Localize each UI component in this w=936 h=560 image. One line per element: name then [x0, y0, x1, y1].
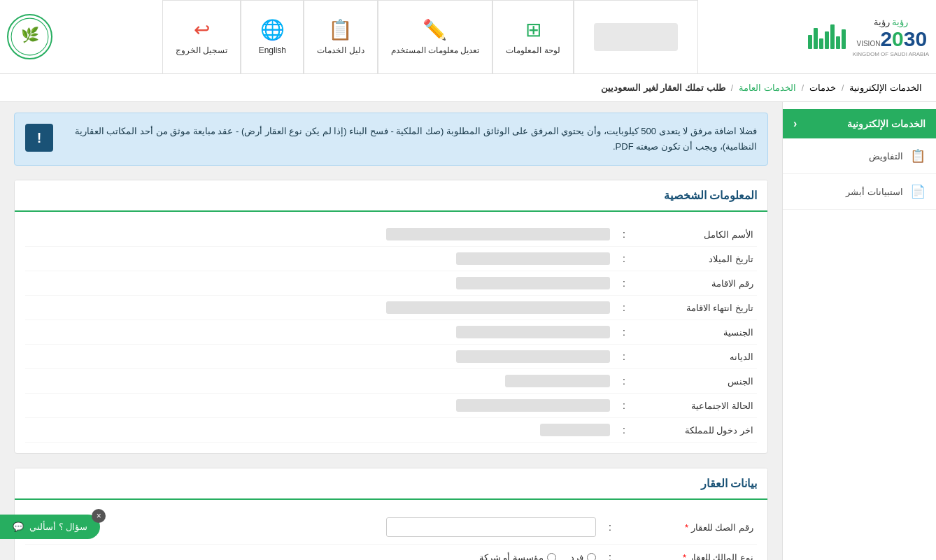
vision-row: رؤية رؤية [874, 17, 908, 27]
value-last-entry [540, 424, 610, 436]
label-religion: الديانه [631, 352, 757, 362]
user-name-box [594, 23, 678, 51]
owner-type-radio-group: فرد مؤسسة أو شركة [479, 552, 596, 560]
logout-icon: ↩ [194, 18, 210, 41]
value-iqama-expiry [386, 301, 610, 314]
nav-dashboard-item[interactable]: ⊞ لوحة المعلومات [492, 0, 573, 74]
vision-2030-logo: رؤية رؤية VISION 2030 KINGDOM OF SAUDI A… [853, 17, 929, 57]
breadcrumb-sep-2: / [802, 83, 804, 93]
field-iqama-expiry: تاريخ انتهاء الاقامة : [25, 296, 757, 320]
personal-info-body: الأسم الكامل : تاريخ الميلاد : رقم الاقا… [15, 212, 767, 453]
value-gender [505, 375, 610, 387]
sidebar-item-surveys-label: استبيانات أبشر [846, 187, 903, 197]
label-nationality: الجنسية [631, 327, 757, 338]
colon-3: : [617, 302, 631, 313]
field-last-entry: اخر دخول للمملكة : [25, 418, 757, 443]
alert-text: فضلا اضافة مرفق لا يتعدى 500 كيلوبايت، و… [64, 124, 757, 155]
content-area: فضلا اضافة مرفق لا يتعدى 500 كيلوبايت، و… [0, 102, 782, 560]
nav-guide-item[interactable]: 📋 دليل الخدمات [304, 0, 377, 74]
label-deed-number: رقم الصك للعقار * [617, 522, 757, 533]
nav-english-item[interactable]: 🌐 English [241, 0, 304, 74]
label-marital-status: الحالة الاجتماعية [631, 401, 757, 411]
sidebar-item-absher-surveys[interactable]: 📄 استبيانات أبشر [783, 174, 936, 210]
sidebar-header[interactable]: الخدمات الإلكترونية ‹ [783, 109, 936, 138]
nav-edit-user-item[interactable]: ✏️ تعديل معلومات المستخدم [378, 0, 493, 74]
edit-label: تعديل معلومات المستخدم [391, 45, 480, 55]
bar4 [825, 31, 829, 49]
breadcrumb-sep-1: / [842, 83, 844, 93]
header-right: رؤية رؤية VISION 2030 KINGDOM OF SAUDI A… [808, 17, 929, 57]
property-section-title: بيانات العقار [15, 468, 767, 500]
field-deed-number: رقم الصك للعقار * : [25, 510, 757, 545]
deed-number-input[interactable] [386, 517, 596, 537]
chat-icon: 💬 [13, 522, 24, 532]
absher-bars [808, 24, 846, 49]
vision-year: 2030 [880, 27, 927, 51]
sidebar-title: الخدمات الإلكترونية [847, 118, 926, 129]
breadcrumb-item-2[interactable]: خدمات [809, 82, 836, 93]
field-full-name: الأسم الكامل : [25, 222, 757, 247]
colon-7: : [617, 400, 631, 411]
vision-en-label: VISION [856, 40, 880, 48]
personal-info-section: المعلومات الشخصية الأسم الكامل : تاريخ ا… [14, 180, 768, 454]
english-label: English [259, 45, 286, 55]
nav-user-info [574, 0, 698, 74]
breadcrumb-item-3[interactable]: الخدمات العامة [739, 82, 796, 93]
logout-label: تسجيل الخروج [176, 45, 227, 55]
nav-logout-item[interactable]: ↩ تسجيل الخروج [162, 0, 241, 74]
svg-text:🌿: 🌿 [21, 26, 40, 44]
field-dob: تاريخ الميلاد : [25, 247, 757, 271]
radio-individual-label: فرد [570, 552, 583, 560]
value-nationality [456, 326, 610, 338]
value-marital-status [456, 399, 610, 412]
main-layout: الخدمات الإلكترونية ‹ 📋 التفاويض 📄 استبي… [0, 102, 936, 560]
bar6 [836, 36, 840, 49]
header-left: 🌿 [7, 14, 52, 59]
dashboard-label: لوحة المعلومات [506, 45, 560, 55]
field-gender: الجنس : [25, 369, 757, 394]
colon-4: : [617, 326, 631, 338]
colon-0: : [617, 229, 631, 240]
radio-company-input[interactable] [547, 553, 556, 560]
colon-owner: : [603, 552, 617, 560]
colon-8: : [617, 424, 631, 436]
sidebar: الخدمات الإلكترونية ‹ 📋 التفاويض 📄 استبي… [782, 102, 936, 560]
alert-box: فضلا اضافة مرفق لا يتعدى 500 كيلوبايت، و… [14, 113, 768, 166]
chat-button[interactable]: × سؤال ؟ أسألني 💬 [0, 515, 100, 539]
breadcrumb-sep-3: / [731, 83, 733, 93]
colon-1: : [617, 253, 631, 264]
breadcrumb-item-1[interactable]: الخدمات الإلكترونية [849, 82, 922, 93]
value-religion [456, 350, 610, 363]
radio-individual-input[interactable] [587, 553, 596, 560]
header: 🌿 ↩ تسجيل الخروج 🌐 English 📋 دليل الخدما… [0, 0, 936, 74]
chevron-left-icon: ‹ [793, 117, 797, 130]
chat-label: سؤال ؟ أسألني [29, 522, 87, 532]
bar1 [808, 35, 812, 49]
colon-2: : [617, 278, 631, 289]
sidebar-item-negotiations[interactable]: 📋 التفاويض [783, 138, 936, 174]
field-religion: الديانه : [25, 345, 757, 369]
value-iqama [456, 277, 610, 289]
field-marital-status: الحالة الاجتماعية : [25, 394, 757, 418]
label-owner-type: نوع المالك للعقار * [617, 552, 757, 560]
bar3 [819, 38, 823, 49]
radio-individual[interactable]: فرد [570, 552, 596, 560]
surveys-icon: 📄 [910, 184, 926, 199]
header-nav: ↩ تسجيل الخروج 🌐 English 📋 دليل الخدمات … [162, 0, 698, 74]
sidebar-item-negotiations-label: التفاويض [869, 151, 903, 161]
required-star-deed: * [685, 522, 688, 533]
label-iqama: رقم الاقامة [631, 278, 757, 289]
label-iqama-expiry: تاريخ انتهاء الاقامة [631, 303, 757, 313]
ministry-logo: 🌿 [7, 14, 52, 59]
globe-icon: 🌐 [260, 18, 285, 41]
bar7 [842, 29, 846, 49]
bar2 [814, 28, 818, 49]
property-section-body: رقم الصك للعقار * : نوع المالك للعقار * … [15, 500, 767, 560]
label-dob: تاريخ الميلاد [631, 254, 757, 264]
radio-company[interactable]: مؤسسة أو شركة [479, 552, 556, 560]
label-full-name: الأسم الكامل [631, 229, 757, 240]
radio-company-label: مؤسسة أو شركة [479, 552, 544, 560]
guide-icon: 📋 [328, 18, 353, 41]
dashboard-icon: ⊞ [525, 18, 541, 41]
property-section: بيانات العقار رقم الصك للعقار * : نوع ال… [14, 468, 768, 560]
